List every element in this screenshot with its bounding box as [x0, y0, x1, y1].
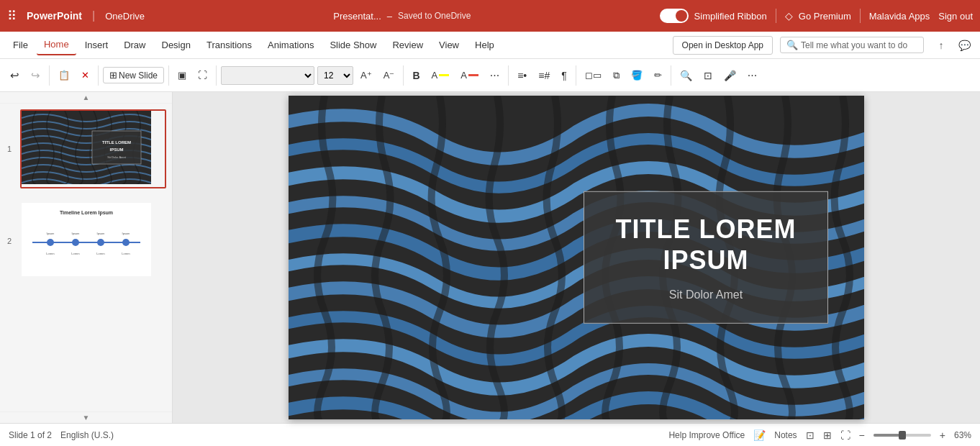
- menu-item-view[interactable]: View: [432, 35, 466, 55]
- paragraph-button[interactable]: ¶: [557, 67, 571, 84]
- find-button[interactable]: 🔍: [676, 67, 697, 84]
- malavida-label[interactable]: Malavida Apps: [869, 11, 930, 22]
- search-icon: 🔍: [786, 40, 798, 50]
- saved-status: Saved to OneDrive: [398, 11, 471, 21]
- titlebar-divider1: [776, 9, 776, 23]
- scroll-down-button[interactable]: ▼: [0, 411, 172, 423]
- simplified-ribbon-label: Simplified Ribbon: [694, 11, 767, 22]
- main-area: ▲ 1: [0, 92, 980, 423]
- slide-thumb-inner-2: Timeline Lorem Ipsum Lorem Lorem Lorem L…: [20, 201, 166, 281]
- canvas-area[interactable]: TITLE LOREM IPSUM Sit Dolor Amet: [173, 92, 980, 423]
- onedrive-label[interactable]: OneDrive: [105, 11, 145, 22]
- redo-button[interactable]: ↪: [27, 66, 45, 85]
- toolbar-divider6: [508, 65, 509, 86]
- svg-text:Lorem: Lorem: [96, 252, 105, 255]
- menu-item-review[interactable]: Review: [385, 35, 430, 55]
- menu-item-home[interactable]: Home: [37, 35, 76, 55]
- font-color-button[interactable]: A: [456, 67, 483, 83]
- menu-item-insert[interactable]: Insert: [78, 35, 116, 55]
- line-color-button[interactable]: ✏: [650, 67, 666, 83]
- copy-format-button[interactable]: 📋: [54, 67, 74, 83]
- font-family-select[interactable]: [221, 66, 314, 85]
- search-placeholder: Tell me what you want to do: [801, 40, 907, 50]
- svg-point-9: [72, 239, 79, 246]
- highlight-icon: A: [432, 70, 438, 81]
- increase-font-button[interactable]: A⁺: [356, 67, 376, 83]
- slide-panel: 1: [0, 104, 173, 411]
- titlebar-divider2: [860, 9, 861, 23]
- svg-point-10: [97, 239, 104, 246]
- help-improve-label[interactable]: Help Improve Office: [668, 430, 745, 440]
- undo-button[interactable]: ↩: [6, 66, 24, 85]
- slide-thumb-2[interactable]: 2 Timeline Lorem Ipsum Lorem: [20, 201, 166, 281]
- normal-view-icon[interactable]: ⊡: [806, 429, 815, 441]
- transform-button[interactable]: ⊡: [699, 67, 717, 84]
- new-slide-button[interactable]: ⊞ New Slide: [103, 67, 164, 83]
- zoom-level: 63%: [954, 430, 971, 440]
- title-bar: ⠿ PowerPoint | OneDrive Presentat... – S…: [0, 0, 980, 32]
- more-options-button[interactable]: ···: [743, 66, 761, 85]
- slide-subtitle: Sit Dolor Amet: [606, 288, 806, 301]
- slide-number-1: 1: [7, 145, 12, 153]
- zoom-out-icon[interactable]: −: [859, 429, 865, 441]
- search-bar[interactable]: 🔍 Tell me what you want to do: [780, 37, 924, 53]
- slide-thumb-1[interactable]: 1: [20, 109, 166, 188]
- svg-text:Timeline Lorem Ipsum: Timeline Lorem Ipsum: [60, 210, 113, 216]
- fit-screen-icon[interactable]: ⛶: [840, 429, 850, 441]
- presentation-title[interactable]: Presentat...: [333, 11, 381, 22]
- slide-info: Slide 1 of 2: [9, 430, 52, 440]
- decrease-font-button[interactable]: A⁻: [379, 67, 399, 83]
- menu-item-draw[interactable]: Draw: [117, 35, 153, 55]
- simplified-ribbon-toggle[interactable]: [660, 9, 689, 23]
- go-premium-label[interactable]: Go Premium: [799, 11, 851, 22]
- record-button[interactable]: 🎤: [720, 67, 740, 84]
- slide2-svg: Timeline Lorem Ipsum Lorem Lorem Lorem L…: [22, 203, 151, 276]
- scroll-up-button[interactable]: ▲: [0, 92, 172, 104]
- more-text-button[interactable]: ···: [486, 66, 504, 85]
- new-slide-label: New Slide: [119, 70, 158, 81]
- notes-label[interactable]: Notes: [774, 430, 797, 440]
- toolbar-divider7: [576, 65, 576, 86]
- zoom-in-icon[interactable]: +: [940, 429, 945, 441]
- comments-icon[interactable]: 💬: [954, 35, 974, 55]
- language-info: English (U.S.): [60, 430, 114, 440]
- menu-item-animations[interactable]: Animations: [260, 35, 321, 55]
- status-bar: Slide 1 of 2 English (U.S.) Help Improve…: [0, 423, 980, 446]
- zoom-slider[interactable]: [874, 434, 931, 437]
- menu-item-help[interactable]: Help: [468, 35, 502, 55]
- layout-button[interactable]: ▣: [173, 67, 191, 83]
- bold-button[interactable]: B: [408, 67, 424, 84]
- svg-text:TITLE LOREM: TITLE LOREM: [102, 140, 131, 145]
- app-grid-icon[interactable]: ⠿: [7, 8, 17, 24]
- svg-text:Lorem: Lorem: [46, 252, 55, 255]
- font-color-icon: A: [460, 70, 467, 81]
- open-desktop-button[interactable]: Open in Desktop App: [673, 36, 773, 55]
- svg-text:Ipsum: Ipsum: [97, 232, 106, 235]
- shapes-button[interactable]: ◻▭: [581, 67, 606, 83]
- bullet-list-button[interactable]: ≡•: [513, 67, 531, 84]
- toolbar-divider8: [671, 65, 671, 86]
- sign-out-label[interactable]: Sign out: [938, 11, 973, 22]
- slide-sorter-icon[interactable]: ⊞: [823, 429, 832, 441]
- slide-number-2: 2: [7, 237, 12, 245]
- slide-canvas[interactable]: TITLE LOREM IPSUM Sit Dolor Amet: [289, 96, 864, 419]
- menu-item-transitions[interactable]: Transitions: [199, 35, 259, 55]
- svg-text:Ipsum: Ipsum: [47, 232, 55, 235]
- share-icon[interactable]: ↑: [931, 35, 951, 55]
- menu-item-file[interactable]: File: [6, 35, 35, 55]
- arrange-button[interactable]: ⧉: [609, 67, 624, 84]
- slide-title-line2: IPSUM: [663, 245, 748, 275]
- slide-title-box[interactable]: TITLE LOREM IPSUM Sit Dolor Amet: [584, 191, 828, 324]
- font-size-select[interactable]: 12: [317, 66, 353, 85]
- notes-icon[interactable]: 📝: [753, 429, 766, 441]
- menu-item-slideshow[interactable]: Slide Show: [322, 35, 384, 55]
- slide-title-line1: TITLE LOREM: [616, 214, 797, 244]
- fill-color-button[interactable]: 🪣: [627, 67, 647, 83]
- crop-button[interactable]: ⛶: [194, 67, 212, 83]
- numbered-list-button[interactable]: ≡#: [534, 67, 554, 84]
- menu-item-design[interactable]: Design: [155, 35, 198, 55]
- delete-button[interactable]: ✕: [77, 67, 94, 83]
- menu-bar: File Home Insert Draw Design Transitions…: [0, 32, 980, 59]
- highlight-color-button[interactable]: A: [427, 67, 454, 83]
- app-name: PowerPoint: [27, 10, 82, 22]
